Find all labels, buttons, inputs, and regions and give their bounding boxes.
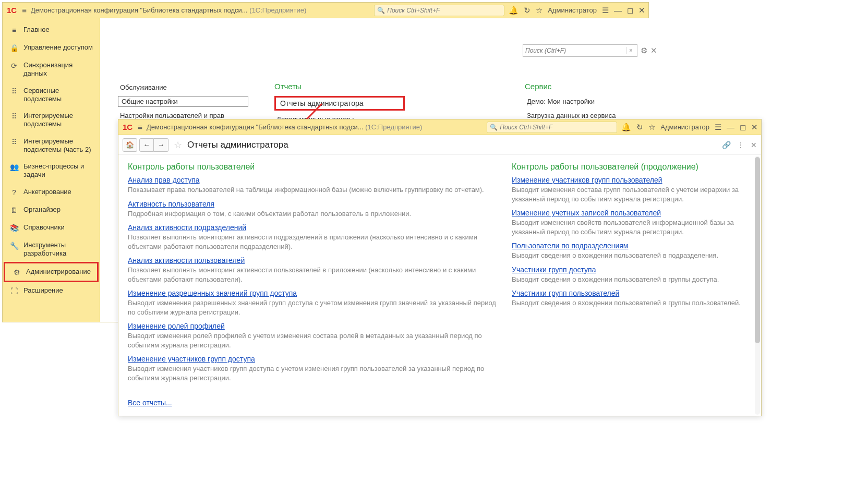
star-icon[interactable]: ☆	[536, 6, 542, 15]
section-title: Контроль работы пользователей	[128, 162, 496, 172]
bell-icon[interactable]: 🔔	[509, 6, 519, 15]
report-desc: Позволяет выполнять мониторинг активност…	[128, 233, 496, 251]
report-link[interactable]: Анализ активности пользователей	[128, 256, 245, 264]
sidebar-item-administration[interactable]: ⚙ Администрирование	[4, 262, 99, 282]
history-icon[interactable]: ↻	[636, 123, 643, 132]
sidebar-item-organizer[interactable]: 🗓 Органайзер	[3, 201, 100, 219]
sidebar-label: Сервисные подсистемы	[23, 87, 93, 104]
global-search-input[interactable]	[387, 7, 501, 14]
sidebar-item-sync[interactable]: ⟳ Синхронизация данных	[3, 57, 100, 82]
sidebar-label: Управление доступом	[23, 43, 93, 52]
sidebar-item-integrated[interactable]: ⠿ Интегрируемые подсистемы	[3, 107, 100, 133]
menu-column-2: Отчеты Отчеты администратора Дополнитель…	[274, 82, 405, 125]
logo-1c-icon: 1C	[6, 6, 18, 15]
sidebar: ≡ Главное 🔒 Управление доступом ⟳ Синхро…	[3, 18, 100, 322]
home-button[interactable]: 🏠	[123, 138, 137, 152]
report-link[interactable]: Активность пользователя	[128, 200, 214, 208]
panel-search[interactable]: ×	[523, 44, 637, 57]
forward-button[interactable]: →	[154, 138, 168, 152]
sidebar-item-service[interactable]: ⠿ Сервисные подсистемы	[3, 82, 100, 108]
report-link[interactable]: Анализ прав доступа	[128, 176, 200, 184]
report-desc: Выводит изменения ролей профилей с учето…	[128, 331, 496, 350]
reports-column-right: Контроль работы пользователей (продолжен…	[512, 162, 752, 408]
report-desc: Выводит изменения участников групп досту…	[128, 364, 496, 382]
filter-icon[interactable]: ☰	[602, 6, 609, 15]
report-link[interactable]: Изменение участников групп пользователей	[512, 176, 662, 184]
menu-icon[interactable]: ≡	[138, 123, 142, 131]
report-link[interactable]: Участники групп доступа	[512, 266, 596, 274]
all-reports-link[interactable]: Все отчеты...	[128, 399, 172, 407]
global-search[interactable]: 🔍	[487, 122, 617, 133]
grid-icon: ⠿	[10, 112, 18, 121]
panel-search-input[interactable]	[525, 47, 626, 54]
close-icon[interactable]: ✕	[751, 123, 758, 132]
sidebar-item-main[interactable]: ≡ Главное	[3, 21, 100, 39]
global-search-input[interactable]	[500, 124, 614, 131]
close-tab-icon[interactable]: ✕	[751, 141, 757, 149]
report-link[interactable]: Изменение участников групп доступа	[128, 355, 255, 363]
sidebar-item-access[interactable]: 🔒 Управление доступом	[3, 39, 100, 57]
wrench-icon: 🔧	[10, 242, 18, 250]
menu-item[interactable]: Обслуживание	[118, 82, 248, 93]
report-link[interactable]: Анализ активности подразделений	[128, 223, 246, 232]
clear-icon[interactable]: ×	[626, 47, 635, 54]
report-desc: Выводит изменения разрешенных значений г…	[128, 298, 496, 317]
sidebar-label: Администрирование	[26, 268, 91, 276]
menu-item-selected[interactable]: Общие настройки	[118, 96, 248, 107]
report-link[interactable]: Пользователи по подразделениям	[512, 242, 628, 250]
maximize-icon[interactable]: ◻	[627, 6, 633, 15]
report-link[interactable]: Изменение учетных записей пользователей	[512, 209, 661, 217]
bell-icon[interactable]: 🔔	[621, 123, 631, 132]
sidebar-item-extension[interactable]: ⛶ Расширение	[3, 282, 100, 300]
search-icon: 🔍	[490, 124, 498, 131]
link-icon[interactable]: 🔗	[722, 141, 731, 149]
menu-item-admin-reports[interactable]: Отчеты администратора	[274, 96, 405, 111]
sync-icon: ⟳	[10, 62, 18, 70]
sidebar-item-survey[interactable]: ? Анкетирование	[3, 184, 100, 201]
user-label[interactable]: Администратор	[548, 6, 597, 14]
scroll-thumb[interactable]	[755, 157, 760, 343]
menu-icon[interactable]: ≡	[22, 6, 27, 15]
window-2: 1C ≡ Демонстрационная конфигурация "Библ…	[118, 119, 762, 416]
gear-icon[interactable]: ⚙	[641, 46, 647, 55]
question-icon: ?	[10, 188, 18, 197]
sidebar-item-devtools[interactable]: 🔧 Инструменты разработчика	[3, 237, 100, 262]
gear-icon: ⚙	[13, 268, 21, 276]
report-link[interactable]: Участники групп пользователей	[512, 289, 619, 297]
history-icon[interactable]: ↻	[524, 6, 531, 15]
sidebar-label: Справочники	[23, 223, 65, 232]
favorite-icon[interactable]: ☆	[174, 139, 182, 151]
report-desc: Позволяет выполнять мониторинг активност…	[128, 266, 496, 284]
star-icon[interactable]: ☆	[648, 123, 655, 132]
section-title: Контроль работы пользователей (продолжен…	[512, 162, 752, 172]
scrollbar[interactable]	[755, 156, 760, 415]
back-button[interactable]: ←	[139, 138, 154, 152]
report-link[interactable]: Изменение разрешенных значений групп дос…	[128, 289, 297, 297]
menu-item[interactable]: Демо: Мои настройки	[525, 96, 655, 107]
maximize-icon[interactable]: ◻	[740, 123, 746, 132]
close-icon[interactable]: ✕	[638, 6, 645, 15]
sidebar-label: Синхронизация данных	[23, 61, 93, 78]
grid-icon: ⠿	[10, 87, 18, 95]
minimize-icon[interactable]: —	[727, 123, 734, 131]
sidebar-item-business[interactable]: 👥 Бизнес-процессы и задачи	[3, 158, 100, 184]
close-icon[interactable]: ✕	[650, 46, 657, 55]
expand-icon: ⛶	[10, 287, 18, 295]
sidebar-label: Расширение	[23, 286, 63, 295]
global-search[interactable]: 🔍	[374, 5, 504, 16]
logo-1c-icon: 1C	[122, 123, 134, 131]
more-icon[interactable]: ⋮	[737, 141, 744, 149]
sidebar-item-integrated2[interactable]: ⠿ Интегрируемые подсистемы (часть 2)	[3, 133, 100, 159]
report-desc: Показывает права пользователей на таблиц…	[128, 185, 496, 195]
report-desc: Выводит сведения о вхождении пользовател…	[512, 275, 752, 284]
user-label[interactable]: Администратор	[660, 123, 709, 131]
lock-icon: 🔒	[10, 44, 18, 52]
panel-toolbar: × ⚙ ✕	[523, 44, 657, 57]
page-title: Отчеты администратора	[187, 140, 288, 150]
column-header: Сервис	[525, 82, 655, 91]
sidebar-item-catalogs[interactable]: 📚 Справочники	[3, 219, 100, 237]
minimize-icon[interactable]: —	[614, 6, 622, 15]
filter-icon[interactable]: ☰	[715, 123, 721, 132]
reports-column-left: Контроль работы пользователей Анализ пра…	[128, 162, 496, 408]
report-link[interactable]: Изменение ролей профилей	[128, 322, 225, 330]
